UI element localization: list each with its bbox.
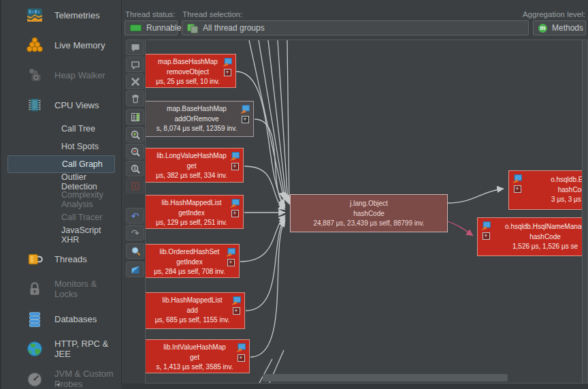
call-graph-node[interactable]: lib.LongValueHashMap get μs, 382 μs self… [145, 148, 244, 183]
expand-node-icon[interactable]: + [231, 210, 239, 217]
sidebar-item-label: JVM & Custom Probes [54, 369, 121, 389]
call-graph-node[interactable]: o.hsqldb.HsqlNameManag hashCode 1,526 μs… [477, 217, 588, 256]
delete-button[interactable] [126, 91, 144, 106]
zoom-actual-button[interactable]: 1 [126, 161, 144, 176]
show-source-icon[interactable] [236, 343, 246, 352]
graph-overview-button[interactable] [126, 262, 144, 277]
telemetries-icon [24, 5, 45, 25]
node-class: o.hsqldb.HsqlNameManag [494, 222, 588, 232]
sidebar-item-call-tracer[interactable]: Call Tracer [1, 208, 121, 226]
sidebar-item-call-tree[interactable]: Call Tree [1, 120, 121, 138]
vertical-scrollbar[interactable] [582, 40, 587, 384]
expand-node-icon[interactable]: + [238, 354, 245, 362]
live-memory-icon [24, 35, 45, 55]
aggregation-level-combo[interactable]: m Methods [533, 20, 586, 35]
sidebar-item-label: Live Memory [54, 40, 105, 50]
find-button[interactable] [126, 243, 144, 259]
zoom-actual-icon: 1 [130, 164, 141, 174]
probes-icon [24, 369, 45, 389]
show-source-icon[interactable] [230, 199, 240, 208]
sidebar-scroll-down-icon[interactable]: ▼ [56, 382, 61, 388]
comment-alt-icon [130, 59, 141, 70]
sidebar-item-http-rpc-jee[interactable]: HTTP, RPC & JEE [1, 334, 121, 364]
expand-node-icon[interactable]: + [231, 163, 239, 170]
sidebar-item-javascript-xhr[interactable]: JavaScript XHR [1, 226, 121, 244]
remove-button[interactable] [126, 74, 144, 89]
show-source-icon[interactable] [240, 105, 250, 114]
sidebar-item-telemetries[interactable]: Telemetries [1, 0, 121, 30]
node-stats: 3 μs, 3 μs self, [525, 195, 588, 205]
node-stats: μs, 129 μs self, 251 inv. [145, 218, 243, 228]
show-source-icon[interactable] [230, 152, 240, 161]
call-graph-node[interactable]: lib.HashMappedList add μs, 685 μs self, … [145, 292, 245, 329]
sidebar-item-cpu-views[interactable]: CPU Views [1, 90, 121, 120]
sidebar-item-threads[interactable]: Threads [1, 244, 121, 274]
show-source-icon[interactable] [223, 58, 232, 67]
undo-button[interactable]: ↶ [126, 208, 144, 223]
call-graph-canvas[interactable]: map.BaseHashMap removeObject μs, 25 μs s… [145, 40, 588, 384]
sidebar-item-label: JavaScript XHR [61, 225, 121, 245]
node-details-icon [130, 112, 141, 123]
show-source-icon[interactable] [481, 221, 491, 230]
node-method: add [145, 306, 244, 316]
sidebar-item-jvm-probes[interactable]: JVM & Custom Probes [1, 364, 121, 389]
sidebar-item-outlier-detection[interactable]: Outlier Detection [1, 173, 121, 191]
call-graph-node[interactable]: map.BaseHashMap addOrRemove s, 8,074 μs … [145, 101, 254, 137]
sidebar-item-label: Heap Walker [54, 70, 105, 80]
expand-node-icon[interactable]: + [227, 259, 235, 266]
thread-status-combo[interactable]: Runnable [125, 20, 178, 35]
comment-button[interactable] [126, 40, 144, 55]
expand-node-icon[interactable]: + [483, 232, 490, 240]
node-class: lib.HashMappedList [145, 198, 243, 208]
expand-node-icon[interactable]: + [514, 185, 521, 193]
sidebar-item-monitors-locks[interactable]: Monitors & Locks [1, 274, 121, 304]
call-graph-node[interactable]: map.BaseHashMap removeObject μs, 25 μs s… [145, 54, 236, 88]
zoom-in-button[interactable] [126, 127, 144, 142]
crosshair-button[interactable] [126, 178, 144, 193]
horizontal-scrollbar-thumb[interactable] [263, 374, 508, 382]
expand-node-icon[interactable]: + [224, 69, 231, 76]
comment-alt-button[interactable] [126, 57, 144, 72]
show-source-icon[interactable] [226, 248, 235, 257]
node-stats: 1,526 μs, 1,526 μs se [494, 242, 588, 252]
node-method: hashCode [525, 185, 588, 196]
node-class: map.BaseHashMap [145, 104, 253, 114]
call-graph-node[interactable]: lib.IntValueHashMap get s, 1,413 μs self… [145, 339, 250, 373]
sidebar-item-label: Call Tree [61, 124, 95, 134]
thread-selection-combo[interactable]: All thread groups [182, 20, 529, 35]
methods-icon: m [538, 24, 547, 33]
databases-icon [24, 309, 45, 329]
node-stats: μs, 284 μs self, 708 inv. [145, 267, 239, 277]
sidebar-item-live-memory[interactable]: Live Memory [1, 30, 121, 60]
show-source-icon[interactable] [231, 296, 241, 305]
zoom-out-button[interactable] [126, 144, 144, 159]
node-stats: s, 1,413 μs self, 3585 inv. [145, 362, 249, 373]
sidebar-item-label: Complexity Analysis [61, 190, 121, 209]
expand-node-icon[interactable]: + [233, 307, 240, 315]
show-source-icon[interactable] [512, 174, 522, 183]
call-graph-node[interactable]: lib.OrderedHashSet getIndex μs, 284 μs s… [145, 244, 240, 278]
node-method: get [145, 353, 249, 363]
trash-icon [130, 93, 141, 104]
call-graph-node[interactable]: lib.HashMappedList getIndex μs, 129 μs s… [145, 195, 244, 229]
node-details-button[interactable] [126, 109, 144, 125]
aggregation-level-label: Aggregation level: [523, 10, 585, 18]
sidebar-item-complexity-analysis[interactable]: Complexity Analysis [1, 191, 121, 208]
node-stats: μs, 382 μs self, 334 inv. [145, 171, 243, 181]
sidebar-item-databases[interactable]: Databases [1, 304, 121, 334]
node-method: getIndex [145, 208, 243, 219]
sidebar-item-call-graph[interactable]: Call Graph [7, 155, 115, 173]
node-stats: s, 8,074 μs self, 12359 inv. [145, 124, 253, 134]
call-graph-node[interactable]: o.hsqldb.Expre hashCode 3 μs, 3 μs self,… [508, 170, 588, 210]
heap-walker-icon [24, 65, 45, 85]
sidebar-item-hot-spots[interactable]: Hot Spots [1, 138, 121, 155]
thread-selection-value: All thread groups [203, 23, 265, 33]
call-graph-focus-node[interactable]: j.lang.Object hashCode 24,887 μs, 23,439… [290, 194, 448, 232]
threads-icon [24, 249, 45, 269]
sidebar-item-heap-walker[interactable]: Heap Walker [1, 60, 121, 90]
expand-node-icon[interactable]: + [242, 116, 249, 123]
redo-button[interactable]: ↷ [126, 225, 144, 240]
locks-icon [24, 279, 45, 299]
close-icon [130, 76, 141, 87]
node-class: lib.LongValueHashMap [145, 151, 243, 161]
